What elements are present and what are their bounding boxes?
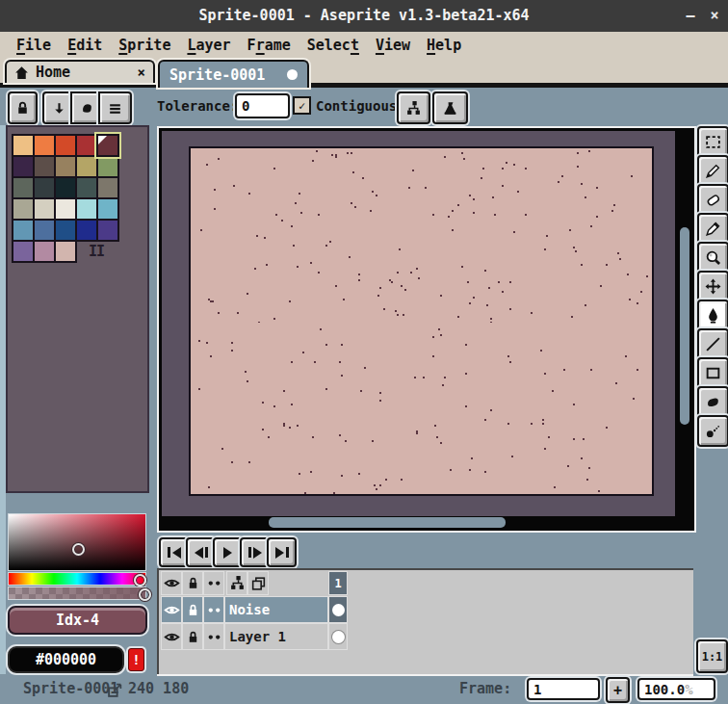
- status-size-text: 240 180: [128, 680, 189, 697]
- timeline-layer-layer-1-eye-icon[interactable]: [161, 623, 182, 650]
- eyedropper-tool[interactable]: [697, 213, 728, 245]
- jumble-tool[interactable]: [697, 415, 728, 447]
- rectangle-tool[interactable]: [697, 357, 728, 389]
- timeline-layer-noise-eye-icon[interactable]: [161, 596, 182, 623]
- timeline-header-link-icon[interactable]: [226, 571, 247, 595]
- contiguous-checkbox[interactable]: ✓: [293, 96, 311, 115]
- color-index-button[interactable]: Idx-4: [8, 606, 147, 635]
- timeline-header-onion-dots-icon[interactable]: [203, 571, 224, 595]
- timeline-layer-noise[interactable]: Noise: [224, 596, 328, 623]
- close-button[interactable]: ×: [704, 6, 725, 25]
- palette-swatch-10[interactable]: [12, 176, 35, 199]
- timeline-layer-noise-cel[interactable]: [328, 596, 348, 623]
- color-warning-button[interactable]: !: [128, 648, 144, 671]
- tab-home[interactable]: Home ×: [5, 60, 155, 83]
- hue-marker-icon[interactable]: [134, 574, 146, 587]
- paint-bucket-mode-button[interactable]: [432, 91, 468, 124]
- timeline-layer-layer-1[interactable]: Layer 1: [224, 623, 328, 650]
- timeline-header-eye-icon[interactable]: [161, 571, 182, 595]
- first-frame-button[interactable]: [159, 537, 189, 567]
- horizontal-scrollbar-thumb[interactable]: [269, 517, 506, 528]
- palette-swatch-11[interactable]: [33, 176, 56, 199]
- tolerance-input[interactable]: 0: [235, 93, 290, 118]
- zoom-percent-input[interactable]: 100.0%: [637, 678, 715, 700]
- sprite-canvas[interactable]: [189, 146, 654, 496]
- eraser-tool[interactable]: [697, 184, 728, 216]
- palette-swatch-12[interactable]: [54, 176, 77, 199]
- timeline-layer-layer-1-lock-icon[interactable]: [182, 623, 203, 650]
- sprite-editor[interactable]: [157, 126, 696, 533]
- palette-swatch-24[interactable]: [96, 219, 119, 242]
- sprite-pixels[interactable]: [191, 148, 652, 494]
- timeline-layer-layer-1-cel[interactable]: [328, 623, 348, 650]
- sv-marker-icon[interactable]: [72, 543, 85, 556]
- palette-swatch-23[interactable]: [75, 219, 98, 242]
- palette-swatch-27[interactable]: [54, 240, 77, 263]
- palette-swatch-21[interactable]: [33, 219, 56, 242]
- zoom-tool[interactable]: [697, 242, 728, 274]
- menu-select[interactable]: Select: [307, 37, 359, 54]
- line-tool[interactable]: [697, 328, 728, 360]
- palette-swatch-8[interactable]: [75, 155, 98, 178]
- palette-swatch-14[interactable]: [96, 176, 119, 199]
- palette-swatch-9[interactable]: [96, 155, 119, 178]
- palette-swatch-2[interactable]: [54, 134, 77, 157]
- menu-frame[interactable]: Frame: [247, 37, 291, 54]
- next-frame-button[interactable]: [240, 537, 270, 567]
- palette-swatch-5[interactable]: [12, 155, 35, 178]
- rectangular-marquee-tool[interactable]: [697, 126, 728, 158]
- contour-tool[interactable]: [697, 386, 728, 418]
- palette-swatch-15[interactable]: [12, 197, 35, 221]
- vertical-scrollbar-thumb[interactable]: [680, 227, 689, 425]
- saturation-value-picker[interactable]: [8, 513, 146, 571]
- palette-swatch-18[interactable]: [75, 197, 98, 221]
- palette-swatch-13[interactable]: [75, 176, 98, 199]
- timeline-layer-noise-onion-dots-icon[interactable]: [203, 596, 224, 623]
- palette-swatch-7[interactable]: [54, 155, 77, 178]
- palette-swatch-25[interactable]: [12, 240, 35, 263]
- palette-swatch-4[interactable]: [96, 134, 119, 157]
- palette-options-button[interactable]: [98, 91, 132, 124]
- palette-swatch-19[interactable]: [96, 197, 119, 221]
- menu-sprite[interactable]: Sprite: [118, 37, 170, 54]
- timeline-layer-noise-lock-icon[interactable]: [182, 596, 203, 623]
- menu-file[interactable]: File: [16, 37, 51, 54]
- palette-preset-icon: [79, 100, 95, 117]
- menu-view[interactable]: View: [376, 37, 410, 54]
- tab-home-close-icon[interactable]: ×: [138, 65, 145, 80]
- palette-swatch-20[interactable]: [12, 219, 35, 242]
- palette-lock-button[interactable]: [8, 91, 38, 124]
- contiguous-label: Contiguous: [316, 98, 397, 114]
- paint-bucket-tool[interactable]: [697, 300, 728, 331]
- last-frame-button[interactable]: [267, 537, 297, 567]
- hue-slider[interactable]: [8, 572, 146, 586]
- pixel-connectivity-button[interactable]: [397, 91, 430, 124]
- frame-number-input[interactable]: 1: [527, 678, 600, 700]
- alpha-marker-icon[interactable]: [139, 588, 151, 601]
- palette-swatch-3[interactable]: [75, 134, 98, 157]
- timeline-frame-header[interactable]: 1: [328, 571, 348, 595]
- timeline-header-copy-icon[interactable]: [247, 571, 269, 595]
- zoom-1-1-button[interactable]: 1:1: [696, 639, 728, 673]
- palette-swatch-6[interactable]: [33, 155, 56, 178]
- palette-swatch-1[interactable]: [33, 134, 56, 157]
- tab-sprite-0001[interactable]: Sprite-0001: [158, 60, 309, 88]
- pencil-tool[interactable]: [697, 155, 728, 187]
- timeline-header-lock-icon[interactable]: [182, 571, 203, 595]
- palette-swatch-0[interactable]: [12, 134, 35, 157]
- menu-layer[interactable]: Layer: [187, 37, 230, 54]
- menu-help[interactable]: Help: [427, 37, 461, 54]
- alpha-slider[interactable]: [8, 587, 146, 600]
- add-frame-button[interactable]: +: [606, 677, 630, 703]
- palette-swatch-26[interactable]: [33, 240, 56, 263]
- palette-swatch-22[interactable]: [54, 219, 77, 242]
- play-button[interactable]: [213, 537, 243, 567]
- palette-swatch-16[interactable]: [33, 197, 56, 221]
- prev-frame-button[interactable]: [186, 537, 216, 567]
- minimize-button[interactable]: –: [680, 6, 701, 25]
- menu-edit[interactable]: Edit: [67, 37, 102, 54]
- timeline-layer-layer-1-onion-dots-icon[interactable]: [203, 623, 224, 650]
- hex-color-input[interactable]: #000000: [8, 646, 124, 673]
- move-tool[interactable]: [697, 271, 728, 302]
- palette-swatch-17[interactable]: [54, 197, 77, 221]
